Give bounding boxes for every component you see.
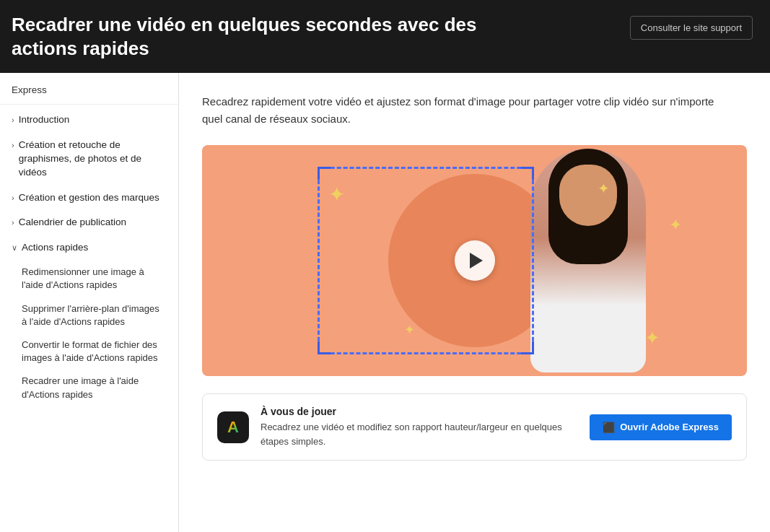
sparkle-icon-4: ✦: [669, 217, 682, 233]
adobe-express-icon: A: [217, 411, 249, 443]
sidebar-item-introduction[interactable]: › Introduction: [0, 108, 178, 133]
sidebar-sub-item-label: Supprimer l'arrière-plan d'images à l'ai…: [22, 303, 159, 327]
crop-corner-br: [521, 341, 534, 354]
sidebar-sub-item-recadrer-image[interactable]: Recadrer une image à l'aide d'Actions ra…: [0, 370, 178, 406]
sidebar-item-creation-retouche[interactable]: › Création et retouche de graphismes, de…: [0, 133, 178, 186]
sidebar-item-label: Actions rapides: [22, 241, 88, 255]
cta-description: Recadrez une vidéo et modifiez son rappo…: [261, 420, 578, 448]
cta-title: À vous de jouer: [261, 406, 578, 417]
sparkle-icon-5: ✦: [644, 328, 660, 347]
crop-corner-bl: [318, 341, 331, 354]
sidebar-item-label: Création et retouche de graphismes, de p…: [19, 139, 167, 180]
person-body: [530, 149, 646, 372]
sidebar-express-label: Express: [0, 79, 178, 101]
sidebar-sub-item-label: Redimensionner une image à l'aide d'Acti…: [22, 266, 144, 290]
sidebar-item-actions-rapides[interactable]: ∨ Actions rapides: [0, 235, 178, 261]
chevron-down-icon: ∨: [12, 243, 17, 253]
sidebar-sub-item-convertir-format[interactable]: Convertir le format de fichier des image…: [0, 333, 178, 370]
chevron-right-icon: ›: [12, 193, 14, 204]
chevron-right-icon: ›: [12, 140, 14, 151]
sidebar-item-label: Création et gestion des marques: [19, 191, 159, 205]
chevron-right-icon: ›: [12, 217, 14, 228]
sidebar-sub-item-label: Recadrer une image à l'aide d'Actions ra…: [22, 375, 139, 399]
page-title: Recadrer une vidéo en quelques secondes …: [12, 13, 502, 60]
cta-button-label: Ouvrir Adobe Express: [620, 422, 719, 432]
sidebar-sub-item-supprimer-fond[interactable]: Supprimer l'arrière-plan d'images à l'ai…: [0, 297, 178, 333]
external-link-icon: ⬛: [603, 422, 615, 433]
sidebar-divider: [0, 104, 178, 105]
main-layout: Express › Introduction › Création et ret…: [0, 73, 770, 532]
cta-text-content: À vous de jouer Recadrez une vidéo et mo…: [261, 406, 578, 448]
support-button[interactable]: Consulter le site support: [630, 16, 753, 40]
crop-frame: [318, 167, 534, 354]
person-image: [516, 145, 660, 376]
open-adobe-express-button[interactable]: ⬛ Ouvrir Adobe Express: [590, 414, 732, 440]
sidebar-item-calendrier[interactable]: › Calendrier de publication: [0, 210, 178, 235]
header: Recadrer une vidéo en quelques secondes …: [0, 0, 770, 73]
cta-card: A À vous de jouer Recadrez une vidéo et …: [202, 393, 747, 461]
sidebar-item-label: Calendrier de publication: [19, 216, 126, 230]
adobe-icon-letter: A: [227, 418, 239, 437]
video-thumbnail[interactable]: ✦ ✦ ✦ ✦ ✦: [202, 145, 747, 376]
sidebar: Express › Introduction › Création et ret…: [0, 73, 179, 532]
sidebar-item-label: Introduction: [19, 113, 70, 127]
sidebar-sub-item-label: Convertir le format de fichier des image…: [22, 339, 158, 363]
chevron-right-icon: ›: [12, 115, 14, 126]
crop-corner-tl: [318, 167, 331, 180]
intro-paragraph: Recadrez rapidement votre vidéo et ajust…: [202, 93, 722, 128]
crop-corner-tr: [521, 167, 534, 180]
play-button[interactable]: [455, 240, 495, 281]
main-content: Recadrez rapidement votre vidéo et ajust…: [179, 73, 770, 532]
sidebar-sub-item-redimensionner[interactable]: Redimensionner une image à l'aide d'Acti…: [0, 261, 178, 297]
sparkle-icon-2: ✦: [598, 181, 610, 196]
sidebar-item-creation-marques[interactable]: › Création et gestion des marques: [0, 186, 178, 211]
